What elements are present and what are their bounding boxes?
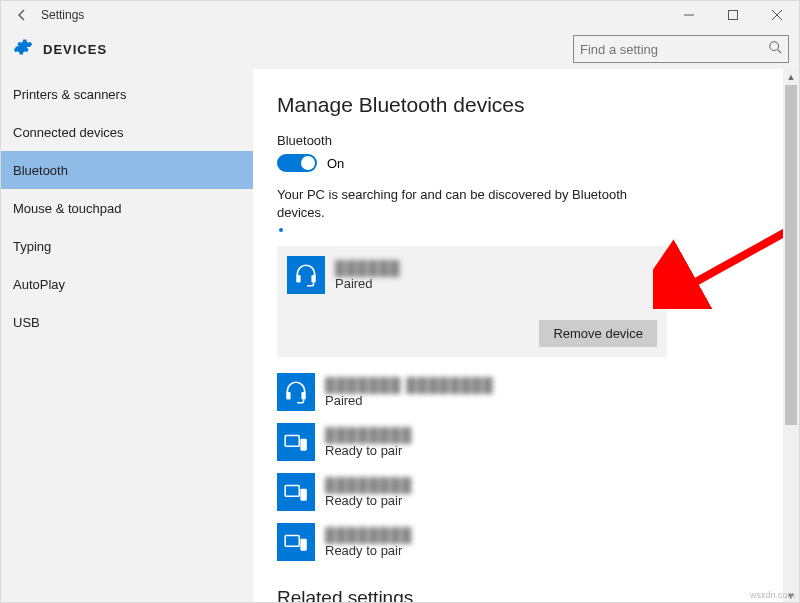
toggle-state: On (327, 156, 344, 171)
bluetooth-label: Bluetooth (277, 133, 799, 148)
svg-rect-11 (300, 439, 307, 451)
device-status: Paired (335, 276, 401, 291)
sidebar-item-connected-devices[interactable]: Connected devices (1, 113, 253, 151)
window-title: Settings (35, 8, 84, 22)
annotation-arrow (653, 179, 799, 309)
device-status: Ready to pair (325, 493, 412, 508)
svg-rect-8 (286, 392, 290, 400)
svg-rect-6 (296, 275, 300, 283)
device-status: Paired (325, 393, 494, 408)
sidebar-item-printers[interactable]: Printers & scanners (1, 75, 253, 113)
header: DEVICES (1, 29, 799, 69)
remove-device-button[interactable]: Remove device (539, 320, 657, 347)
svg-rect-12 (285, 486, 299, 497)
close-button[interactable] (755, 1, 799, 29)
search-input[interactable] (580, 42, 768, 57)
device-name: ████████ (325, 427, 412, 443)
scroll-up-arrow[interactable]: ▲ (783, 69, 799, 85)
back-button[interactable] (9, 8, 35, 22)
sidebar-item-label: Printers & scanners (13, 87, 126, 102)
device-name: ████████ (325, 477, 412, 493)
sidebar-item-label: AutoPlay (13, 277, 65, 292)
device-list-item[interactable]: ████████ Ready to pair (277, 417, 667, 467)
device-name: ███████ ████████ (325, 377, 494, 393)
page-heading: DEVICES (43, 42, 107, 57)
titlebar: Settings (1, 1, 799, 29)
sidebar: Printers & scanners Connected devices Bl… (1, 69, 253, 603)
svg-rect-9 (301, 392, 305, 400)
sidebar-item-autoplay[interactable]: AutoPlay (1, 265, 253, 303)
content-title: Manage Bluetooth devices (277, 93, 799, 117)
bluetooth-toggle[interactable] (277, 154, 317, 172)
device-name: ████████ (325, 527, 412, 543)
svg-rect-10 (285, 436, 299, 447)
scroll-thumb[interactable] (785, 85, 797, 425)
sidebar-item-label: Mouse & touchpad (13, 201, 121, 216)
sidebar-item-label: Connected devices (13, 125, 124, 140)
svg-point-4 (770, 42, 779, 51)
svg-rect-1 (729, 11, 738, 20)
device-status: Ready to pair (325, 443, 412, 458)
device-list: ███████ ████████ Paired ████████ Ready t… (277, 367, 667, 567)
svg-rect-15 (300, 539, 307, 551)
sidebar-item-label: USB (13, 315, 40, 330)
svg-rect-14 (285, 536, 299, 547)
related-settings: Related settings More Bluetooth options (277, 587, 799, 603)
sidebar-item-label: Typing (13, 239, 51, 254)
watermark: wsxdn.com (750, 590, 795, 600)
phone-icon (277, 523, 315, 561)
scrollbar[interactable]: ▲ ▼ (783, 69, 799, 603)
svg-rect-7 (311, 275, 315, 283)
minimize-button[interactable] (667, 1, 711, 29)
sidebar-item-mouse[interactable]: Mouse & touchpad (1, 189, 253, 227)
settings-gear-icon (13, 37, 33, 61)
device-status: Ready to pair (325, 543, 412, 558)
headset-icon (287, 256, 325, 294)
sidebar-item-bluetooth[interactable]: Bluetooth (1, 151, 253, 189)
selected-device-card[interactable]: ██████ Paired Remove device (277, 246, 667, 357)
device-list-item[interactable]: ████████ Ready to pair (277, 467, 667, 517)
svg-rect-13 (300, 489, 307, 501)
searching-description: Your PC is searching for and can be disc… (277, 186, 647, 222)
svg-line-16 (683, 189, 799, 289)
device-name: ██████ (335, 260, 401, 276)
search-icon (768, 40, 782, 58)
sidebar-item-usb[interactable]: USB (1, 303, 253, 341)
content-pane: Manage Bluetooth devices Bluetooth On Yo… (253, 69, 799, 603)
device-list-item[interactable]: ███████ ████████ Paired (277, 367, 667, 417)
maximize-button[interactable] (711, 1, 755, 29)
search-box[interactable] (573, 35, 789, 63)
sidebar-item-label: Bluetooth (13, 163, 68, 178)
progress-dot (279, 228, 283, 232)
headset-icon (277, 373, 315, 411)
related-title: Related settings (277, 587, 799, 603)
phone-icon (277, 423, 315, 461)
svg-line-5 (778, 50, 782, 54)
device-list-item[interactable]: ████████ Ready to pair (277, 517, 667, 567)
sidebar-item-typing[interactable]: Typing (1, 227, 253, 265)
phone-icon (277, 473, 315, 511)
